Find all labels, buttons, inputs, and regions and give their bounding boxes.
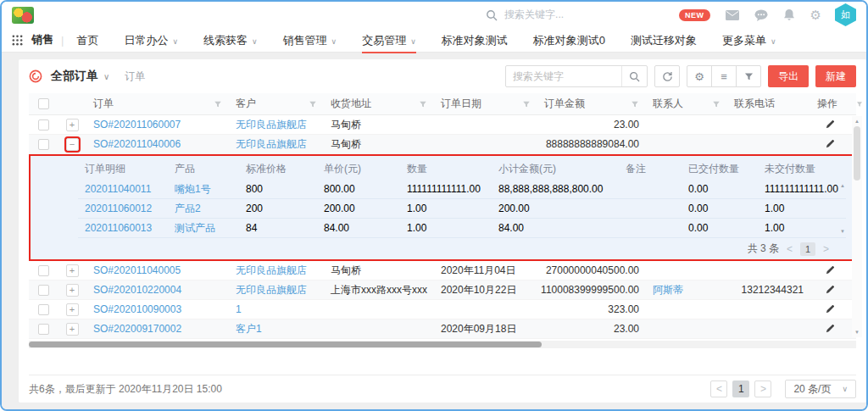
vertical-scroll-thumb[interactable] (854, 126, 860, 181)
detail-header-row: 订单明细产品标准价格单价(元)数量小计金额(元)备注已交付数量未交付数量 (78, 158, 846, 180)
view-chevron-down-icon[interactable]: ∨ (103, 72, 109, 81)
order-link[interactable]: SO#202010220004 (93, 284, 181, 296)
collapse-row-button[interactable]: − (66, 138, 79, 151)
order-amount-text: 23.00 (614, 323, 639, 335)
next-page-button[interactable]: > (754, 380, 771, 397)
edit-icon[interactable] (824, 139, 835, 150)
customer-link[interactable]: 无印良品旗舰店 (236, 264, 307, 278)
create-button[interactable]: 新建 (815, 65, 856, 87)
view-title[interactable]: 全部订单 (51, 69, 98, 84)
detail-scroll-up-icon[interactable]: ▲ (840, 183, 845, 188)
settings-button[interactable]: ⚙ (687, 65, 712, 87)
detail-prev-page-icon[interactable]: < (787, 243, 793, 255)
order-link[interactable]: SO#202011040006 (93, 138, 181, 150)
vertical-scrollbar[interactable]: ▲ ▼ (852, 116, 862, 337)
column-menu-button[interactable]: ≡ (711, 65, 737, 87)
user-avatar[interactable]: 如 (835, 3, 856, 26)
detail-id-link[interactable]: 202011060012 (85, 203, 152, 214)
column-label: 收货地址 (331, 97, 371, 111)
detail-id-link[interactable]: 202011040011 (85, 183, 151, 195)
customer-link[interactable]: 无印良品旗舰店 (236, 283, 307, 297)
detail-product-link[interactable]: 嘴炮1号 (175, 183, 211, 195)
customer-link[interactable]: 1 (236, 303, 242, 315)
row-checkbox[interactable] (38, 304, 49, 315)
filter-icon[interactable] (419, 100, 427, 108)
view-scope-icon[interactable] (29, 69, 42, 83)
phone-cell (727, 135, 810, 153)
detail-product-link[interactable]: 产品2 (175, 203, 201, 214)
edit-icon[interactable] (824, 304, 835, 315)
detail-scrollbar[interactable]: ▲▼ (838, 183, 847, 234)
edit-icon[interactable] (824, 285, 835, 296)
filter-icon[interactable] (712, 100, 721, 108)
gear-icon[interactable]: ⚙ (810, 8, 821, 21)
detail-next-page-icon[interactable]: > (823, 243, 829, 255)
app-logo[interactable] (12, 7, 34, 24)
chat-icon[interactable] (754, 9, 768, 21)
order-link[interactable]: SO#202011060007 (93, 119, 181, 131)
nav-item-2[interactable]: 线索获客∨ (203, 28, 258, 53)
filter-button[interactable] (736, 65, 761, 87)
customer-link[interactable]: 无印良品旗舰店 (236, 118, 307, 132)
row-checkbox[interactable] (38, 324, 49, 335)
expand-row-button[interactable]: + (66, 284, 79, 297)
nav-item-1[interactable]: 日常办公∨ (124, 28, 178, 53)
edit-icon[interactable] (824, 119, 835, 131)
row-checkbox[interactable] (38, 139, 49, 150)
nav-item-5[interactable]: 标准对象测试 (442, 28, 508, 53)
filter-icon[interactable] (214, 100, 222, 108)
edit-icon[interactable] (824, 324, 835, 335)
horizontal-scroll-thumb[interactable] (29, 342, 542, 347)
nav-item-8[interactable]: 更多菜单∨ (722, 28, 776, 53)
global-search[interactable]: 搜索关键字... (486, 8, 613, 22)
checkbox-cell (29, 261, 58, 280)
expand-row-button[interactable]: + (66, 303, 79, 316)
filter-icon[interactable] (631, 100, 639, 108)
detail-current-page[interactable]: 1 (800, 242, 815, 256)
expand-row-button[interactable]: + (66, 323, 79, 336)
detail-std_price-text: 800 (246, 183, 263, 195)
customer-link[interactable]: 无印良品旗舰店 (236, 137, 307, 152)
mail-icon[interactable] (726, 10, 739, 20)
nav-item-4[interactable]: 交易管理∨ (362, 28, 416, 53)
contact-link[interactable]: 阿斯蒂 (653, 283, 683, 297)
nav-item-0[interactable]: 首页 (76, 28, 98, 53)
scroll-up-arrow-icon[interactable]: ▲ (854, 119, 860, 124)
row-checkbox[interactable] (38, 119, 49, 131)
bell-icon[interactable] (783, 8, 795, 21)
nav-item-7[interactable]: 测试迁移对象 (631, 28, 697, 53)
list-search-input[interactable] (506, 70, 621, 82)
app-name[interactable]: 销售 (31, 32, 53, 47)
detail-id-link[interactable]: 202011060013 (85, 222, 152, 234)
nav-item-6[interactable]: 标准对象测试0 (533, 28, 605, 53)
current-page[interactable]: 1 (732, 380, 749, 397)
refresh-button[interactable] (654, 65, 680, 87)
prev-page-button[interactable]: < (710, 380, 727, 397)
order-link[interactable]: SO#202011040005 (93, 264, 181, 276)
apps-grid-icon[interactable] (12, 35, 23, 46)
filter-icon[interactable] (522, 100, 531, 108)
order-link[interactable]: SO#202010090003 (93, 303, 181, 315)
filter-icon[interactable] (309, 100, 317, 108)
expand-row-button[interactable]: + (66, 119, 79, 131)
page-content: 全部订单 ∨ 订单 ⚙ ≡ (2, 53, 866, 409)
row-checkbox[interactable] (38, 265, 49, 276)
customer-link[interactable]: 客户1 (236, 322, 262, 336)
detail-product-link[interactable]: 测试产品 (175, 222, 215, 234)
list-search-button[interactable] (621, 66, 647, 86)
scroll-down-arrow-icon[interactable]: ▼ (854, 330, 860, 335)
expand-row-button[interactable]: + (66, 264, 79, 277)
nav-item-3[interactable]: 销售管理∨ (283, 28, 337, 53)
select-all-checkbox[interactable] (38, 98, 49, 109)
nav-item-label: 更多菜单 (722, 34, 766, 47)
horizontal-scrollbar[interactable] (29, 341, 856, 348)
export-button[interactable]: 导出 (768, 65, 809, 87)
page-size-select[interactable]: 20 条/页 ∨ (785, 380, 856, 398)
detail-scroll-down-icon[interactable]: ▼ (840, 229, 845, 234)
order-link[interactable]: SO#202009170002 (93, 323, 181, 335)
row-checkbox[interactable] (38, 285, 49, 296)
nav-items: 首页日常办公∨线索获客∨销售管理∨交易管理∨标准对象测试标准对象测试0测试迁移对… (76, 28, 801, 53)
edit-icon[interactable] (824, 265, 835, 276)
contact-cell (646, 261, 727, 280)
table-body: +SO#202011060007无印良品旗舰店马甸桥23.00−SO#20201… (29, 115, 856, 339)
